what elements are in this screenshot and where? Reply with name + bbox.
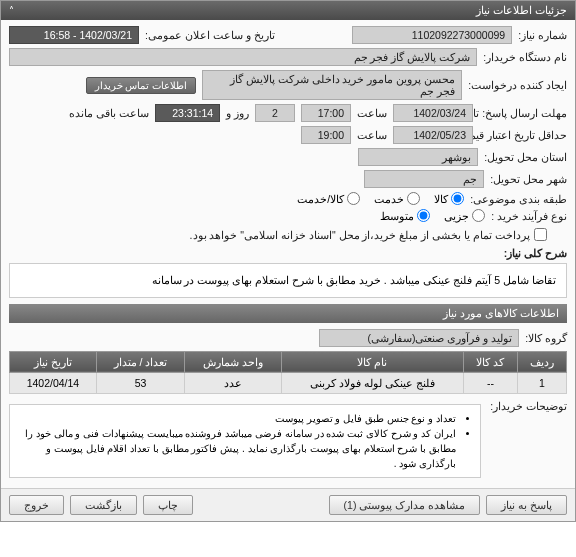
cat-kala-radio[interactable] [451, 192, 464, 205]
collapse-icon[interactable]: ˄ [9, 5, 14, 16]
exit-button[interactable]: خروج [9, 495, 64, 515]
th-unit: واحد شمارش [185, 351, 282, 372]
remain-label: ساعت باقی مانده [69, 107, 149, 119]
th-date: تاریخ نیاز [10, 351, 97, 372]
bt-motevaset-radio[interactable] [417, 209, 430, 222]
cat-kalakhadamat-option[interactable]: کالا/خدمت [297, 192, 360, 205]
day-label: روز و [226, 107, 249, 119]
validity-time-field: 19:00 [301, 126, 351, 144]
th-qty: تعداد / متدار [96, 351, 184, 372]
main-panel: جزئیات اطلاعات نیاز ˄ شماره نیاز: 110209… [0, 0, 576, 522]
niaz-no-field: 1102092273000099 [352, 26, 512, 44]
buyer-label: نام دستگاه خریدار: [483, 51, 567, 63]
deadline-time-field: 17:00 [301, 104, 351, 122]
attachments-button[interactable]: مشاهده مدارک پیوستی (1) [329, 495, 481, 515]
buytype-radio-group: جزیی متوسط [380, 209, 485, 222]
category-radio-group: کالا خدمت کالا/خدمت [297, 192, 464, 205]
province-label: استان محل تحویل: [484, 151, 567, 163]
bt-jozi-option[interactable]: جزیی [444, 209, 485, 222]
th-row: ردیف [518, 351, 567, 372]
panel-body: شماره نیاز: 1102092273000099 تاریخ و ساع… [1, 20, 575, 488]
cat-khadamat-radio[interactable] [407, 192, 420, 205]
province-field: بوشهر [358, 148, 478, 166]
contact-button[interactable]: اطلاعات تماس خریدار [86, 77, 197, 94]
cell-name: فلنج عینکی لوله فولاد کربنی [281, 372, 463, 393]
cell-row: 1 [518, 372, 567, 393]
note-line-2: ایران کد و شرح کالای ثبت شده در سامانه ف… [18, 426, 456, 471]
back-button[interactable]: بازگشت [70, 495, 137, 515]
cat-kalakhadamat-radio[interactable] [347, 192, 360, 205]
panel-header: جزئیات اطلاعات نیاز ˄ [1, 1, 575, 20]
buyer-field: شرکت پالایش گاز فجر جم [9, 48, 477, 66]
buytype-label: نوع فرآیند خرید : [491, 210, 567, 222]
respond-button[interactable]: پاسخ به نیاز [486, 495, 567, 515]
announce-field: 1402/03/21 - 16:58 [9, 26, 139, 44]
bt-motevaset-option[interactable]: متوسط [380, 209, 430, 222]
buyer-notes-box: تعداد و نوع جنس طبق فایل و تصویر پیوست ا… [9, 404, 481, 478]
time-label-1: ساعت [357, 107, 387, 119]
niaz-no-label: شماره نیاز: [518, 29, 567, 41]
remain-time-field: 23:31:14 [155, 104, 220, 122]
panel-title: جزئیات اطلاعات نیاز [476, 4, 567, 17]
payment-checkbox[interactable] [534, 228, 547, 241]
deadline-label: مهلت ارسال پاسخ: تا تاریخ: [479, 107, 567, 119]
th-code: کد کالا [463, 351, 517, 372]
payment-note: پرداخت تمام یا بخشی از مبلغ خرید،از محل … [190, 229, 530, 241]
buyer-notes-label: توضیحات خریدار: [487, 400, 567, 412]
footer-bar: پاسخ به نیاز مشاهده مدارک پیوستی (1) چاپ… [1, 488, 575, 521]
city-field: جم [364, 170, 484, 188]
creator-field: محسن پروین مامور خرید داخلی شرکت پالایش … [202, 70, 462, 100]
deadline-date-field: 1402/03/24 [393, 104, 473, 122]
payment-checkbox-wrap[interactable]: پرداخت تمام یا بخشی از مبلغ خرید،از محل … [190, 228, 547, 241]
note-line-1: تعداد و نوع جنس طبق فایل و تصویر پیوست [18, 411, 456, 426]
cat-kala-option[interactable]: کالا [434, 192, 464, 205]
bt-jozi-radio[interactable] [472, 209, 485, 222]
table-header-row: ردیف کد کالا نام کالا واحد شمارش تعداد /… [10, 351, 567, 372]
th-name: نام کالا [281, 351, 463, 372]
announce-label: تاریخ و ساعت اعلان عمومی: [145, 29, 275, 41]
items-table: ردیف کد کالا نام کالا واحد شمارش تعداد /… [9, 351, 567, 394]
city-label: شهر محل تحویل: [490, 173, 567, 185]
print-button[interactable]: چاپ [143, 495, 193, 515]
creator-label: ایجاد کننده درخواست: [468, 79, 567, 91]
group-field: تولید و فرآوری صنعتی(سفارشی) [319, 329, 519, 347]
validity-date-field: 1402/05/23 [393, 126, 473, 144]
desc-label: شرح کلی نیاز: [504, 247, 567, 259]
items-header: اطلاعات کالاهای مورد نیاز [9, 304, 567, 323]
cell-unit: عدد [185, 372, 282, 393]
cell-qty: 53 [96, 372, 184, 393]
validity-label: حداقل تاریخ اعتبار قیمت: تا تاریخ: [479, 129, 567, 141]
cell-date: 1402/04/14 [10, 372, 97, 393]
desc-box: تقاضا شامل 5 آیتم فلنج عینکی میباشد . خر… [9, 263, 567, 298]
table-row[interactable]: 1 -- فلنج عینکی لوله فولاد کربنی عدد 53 … [10, 372, 567, 393]
cat-khadamat-option[interactable]: خدمت [374, 192, 420, 205]
days-left-field: 2 [255, 104, 295, 122]
cell-code: -- [463, 372, 517, 393]
group-label: گروه کالا: [525, 332, 567, 344]
time-label-2: ساعت [357, 129, 387, 141]
category-label: طبقه بندی موضوعی: [470, 193, 567, 205]
